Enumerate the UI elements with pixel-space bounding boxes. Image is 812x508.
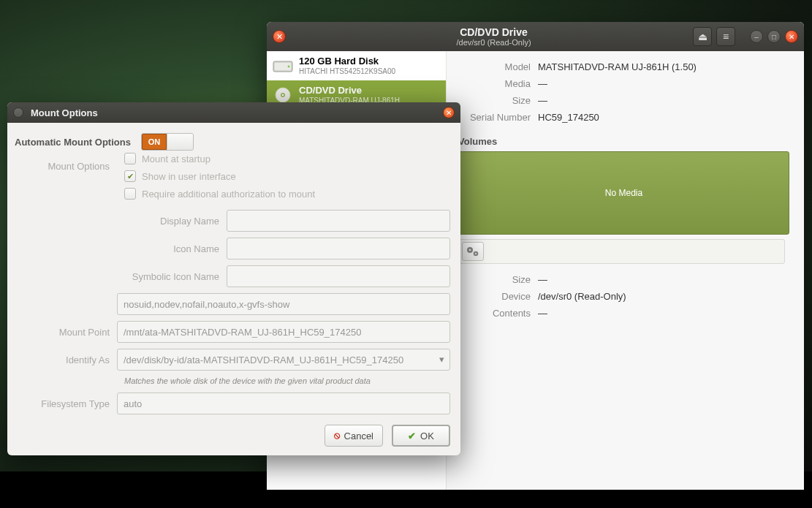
filesystem-type-input[interactable]: [117, 393, 450, 414]
gears-icon: [466, 246, 480, 257]
label-media: Media: [454, 78, 538, 89]
window-title: CD/DVD Drive: [295, 26, 693, 38]
mount-options-dialog: Mount Options ✕ Automatic Mount Options …: [7, 102, 460, 455]
svg-point-5: [282, 94, 284, 96]
display-name-label: Display Name: [15, 216, 227, 227]
automatic-mount-switch[interactable]: ON: [141, 133, 194, 151]
ok-button-label: OK: [420, 431, 434, 441]
eject-icon: ⏏: [698, 31, 707, 42]
identify-as-hint: Matches the whole disk of the device wit…: [124, 376, 450, 385]
hamburger-icon: ≡: [723, 31, 729, 42]
identify-as-label: Identify As: [15, 355, 117, 365]
label-vol-size: Size: [454, 274, 538, 285]
label-contents: Contents: [454, 308, 538, 319]
window-maximize-button[interactable]: □: [767, 30, 781, 43]
switch-on-text: ON: [142, 134, 167, 150]
icon-name-input[interactable]: [227, 238, 450, 259]
svg-point-9: [475, 253, 477, 254]
cancel-button-label: Cancel: [344, 431, 373, 441]
checkbox-show-in-ui[interactable]: [124, 170, 136, 182]
label-model: Model: [454, 61, 538, 72]
display-name-input[interactable]: [227, 210, 450, 232]
dialog-close-button[interactable]: ✕: [443, 107, 455, 118]
value-vol-size: —: [538, 274, 789, 285]
mount-point-label: Mount Point: [15, 327, 117, 338]
icon-name-label: Icon Name: [15, 243, 227, 254]
window-close-button[interactable]: ✕: [273, 30, 286, 43]
automatic-mount-label: Automatic Mount Options: [15, 137, 131, 148]
switch-handle: [167, 134, 193, 150]
svg-point-2: [288, 66, 290, 68]
label-size: Size: [454, 95, 538, 106]
value-serial: HC59_174250: [538, 112, 789, 123]
label-device: Device: [454, 291, 538, 302]
cancel-button[interactable]: ⦸ Cancel: [325, 425, 383, 447]
symbolic-icon-label: Symbolic Icon Name: [15, 271, 227, 282]
mount-point-input[interactable]: [117, 321, 450, 343]
volume-area[interactable]: No Media: [458, 151, 789, 235]
volume-settings-button[interactable]: [462, 242, 484, 261]
window-minimize-button[interactable]: –: [750, 30, 763, 43]
no-media-text: No Media: [605, 188, 642, 198]
main-titlebar: ✕ CD/DVD Drive /dev/sr0 (Read-Only) ⏏ ≡ …: [267, 22, 804, 51]
checkbox-mount-at-startup[interactable]: [124, 153, 136, 164]
volumes-heading: Volumes: [458, 136, 789, 147]
window-close-button-right[interactable]: ✕: [785, 30, 798, 43]
checkbox-require-auth[interactable]: [124, 188, 136, 200]
disk-list-item-hdd[interactable]: 120 GB Hard Disk HITACHI HTS542512K9SA00: [267, 51, 446, 80]
dialog-title: Mount Options: [31, 107, 443, 118]
disk-item-name: CD/DVD Drive: [299, 86, 400, 96]
checkbox-label-startup: Mount at startup: [142, 153, 210, 164]
value-contents: —: [538, 308, 789, 319]
dialog-titlebar: Mount Options ✕: [7, 102, 460, 123]
drive-menu-button[interactable]: ≡: [716, 27, 735, 46]
value-device: /dev/sr0 (Read-Only): [538, 291, 789, 302]
identify-as-combo[interactable]: [117, 349, 450, 371]
window-subtitle: /dev/sr0 (Read-Only): [295, 38, 693, 48]
value-media: —: [538, 78, 789, 89]
cancel-icon: ⦸: [334, 430, 340, 441]
svg-point-7: [469, 249, 471, 251]
disk-item-sub: HITACHI HTS542512K9SA00: [299, 67, 395, 75]
hard-disk-icon: [273, 56, 293, 76]
label-serial: Serial Number: [454, 112, 538, 123]
symbolic-icon-input[interactable]: [227, 265, 450, 287]
disk-item-name: 120 GB Hard Disk: [299, 56, 395, 67]
value-model: MATSHITADVD-RAM UJ-861H (1.50): [538, 61, 789, 72]
mount-options-group-label: Mount Options: [15, 161, 117, 172]
dialog-menu-dot[interactable]: [13, 107, 23, 118]
mount-options-string-input[interactable]: [117, 293, 450, 315]
eject-button[interactable]: ⏏: [693, 27, 712, 46]
filesystem-type-label: Filesystem Type: [15, 398, 117, 409]
checkbox-label-auth: Require additional authorization to moun…: [142, 189, 315, 200]
drive-detail-pane: ModelMATSHITADVD-RAM UJ-861H (1.50) Medi…: [447, 51, 804, 490]
ok-icon: ✔: [408, 431, 416, 441]
checkbox-label-show-ui: Show in user interface: [142, 171, 236, 182]
ok-button[interactable]: ✔ OK: [392, 425, 450, 447]
volume-toolbar: [458, 239, 785, 264]
value-size: —: [538, 95, 789, 106]
